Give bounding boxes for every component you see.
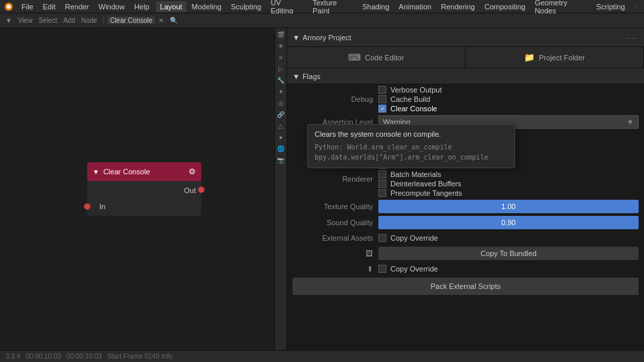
frame-label: Start Frame 0149 Info: [107, 353, 172, 360]
node-input-socket[interactable]: [84, 203, 91, 210]
node-collapse-icon[interactable]: ▼: [93, 168, 99, 176]
copy-to-bundled-btn[interactable]: Copy To Bundled: [378, 247, 639, 260]
flags-title: Flags: [303, 72, 321, 80]
tab-compositing[interactable]: Compositing: [480, 1, 529, 12]
code-editor-tab[interactable]: ⌨ Code Editor: [287, 47, 466, 68]
panel-title-label: Clear Console: [107, 17, 155, 24]
project-tabs: ⌨ Code Editor 📁 Project Folder: [287, 47, 644, 68]
vtool-object-icon[interactable]: ▷: [276, 64, 286, 74]
copy-override-row: Copy Override: [378, 234, 438, 242]
flags-section-header[interactable]: ▼ Flags: [287, 68, 644, 84]
tab-animation[interactable]: Animation: [394, 1, 435, 12]
cache-build-label: Cache Build: [390, 95, 430, 103]
tab-shading[interactable]: Shading: [358, 1, 393, 12]
batch-materials-checkbox[interactable]: [378, 170, 386, 178]
debug-label: Debug: [292, 95, 373, 103]
copy-override2-value: Copy Override: [378, 265, 639, 273]
armory-collapse-icon[interactable]: ▼: [292, 34, 300, 42]
armory-menu-dots[interactable]: ····: [625, 32, 639, 43]
renderer-label: Renderer: [292, 175, 373, 183]
copy-override2-row: ⬆ Copy Override: [287, 261, 644, 276]
vtool-filter-icon[interactable]: ≡: [276, 52, 286, 63]
main-area: ▼ Clear Console ⚙ Out In: [0, 28, 644, 350]
verbose-output-label: Verbose Output: [390, 86, 441, 94]
tab-sculpting[interactable]: Sculpting: [227, 1, 265, 12]
node-editor-panel: ▼ Clear Console ⚙ Out In: [0, 28, 275, 350]
sound-quality-value: 0.90: [378, 216, 639, 229]
batch-materials-row: Batch Materials: [378, 170, 462, 178]
vtool-render-icon[interactable]: 📷: [276, 155, 286, 166]
node-input-label: In: [99, 202, 105, 210]
tooltip-code-line1: Python: World.arm_clear_on_compile: [315, 142, 508, 152]
menu-help[interactable]: Help: [130, 1, 154, 12]
precompute-tangents-row: Precompute Tangents: [378, 189, 462, 197]
vtool-view-icon[interactable]: 👁: [276, 41, 286, 52]
copy-override2-checkbox[interactable]: [378, 265, 386, 273]
texture-quality-slider[interactable]: 1.00: [378, 200, 639, 213]
project-folder-tab[interactable]: 📁 Project Folder: [466, 47, 644, 68]
tab-scripting[interactable]: Scripting: [592, 1, 629, 12]
vtool-particles-icon[interactable]: ✦: [276, 86, 286, 97]
menu-edit[interactable]: Edit: [39, 1, 60, 12]
vtool-scene-icon[interactable]: 🎬: [276, 29, 286, 40]
tooltip-overlay: Clears the system console on compile. Py…: [307, 124, 515, 168]
copy-override2-label: Copy Override: [390, 265, 438, 273]
flags-collapse-icon: ▼: [292, 72, 300, 80]
node-output-socket[interactable]: [198, 186, 205, 193]
menu-file[interactable]: File: [17, 1, 38, 12]
copy-override2-checkbox-row: Copy Override: [378, 265, 438, 273]
clear-console-node: ▼ Clear Console ⚙ Out In: [87, 162, 201, 216]
secondary-toolbar: ▼ View Select Add Node Clear Console ✕ 🔍: [0, 13, 644, 28]
tab-modeling[interactable]: Modeling: [188, 1, 226, 12]
tooltip-code-line2: bpy.data.worlds["Arm"].arm_clear_on_comp…: [315, 152, 508, 162]
svg-point-1: [7, 5, 11, 9]
node-canvas[interactable]: ▼ Clear Console ⚙ Out In: [0, 28, 274, 350]
version-label: 3.3.4: [5, 353, 20, 360]
texture-quality-label: Texture Quality: [292, 202, 373, 210]
tooltip-title: Clears the system console on compile.: [315, 130, 508, 138]
vtool-material-icon[interactable]: ●: [276, 132, 286, 143]
vtool-object-data-icon[interactable]: △: [276, 121, 286, 131]
code-editor-icon: ⌨: [348, 52, 361, 62]
vtool-world-icon[interactable]: 🌐: [276, 143, 286, 154]
copy-bundled-spacer: 🖼: [292, 249, 373, 257]
node-output-label: Out: [184, 186, 196, 194]
verbose-output-checkbox[interactable]: [378, 86, 386, 94]
pack-external-scripts-button[interactable]: Pack External Scripts: [292, 278, 639, 295]
code-editor-label: Code Editor: [365, 54, 404, 62]
copy-to-bundled-label: Copy To Bundled: [480, 249, 537, 257]
node-body: Out In: [87, 181, 201, 216]
tab-rendering[interactable]: Rendering: [437, 1, 479, 12]
node-header[interactable]: ▼ Clear Console ⚙: [87, 162, 201, 181]
vtool-physics-icon[interactable]: ◎: [276, 98, 286, 109]
duration-label: 00:00:10:03: [66, 353, 102, 360]
tab-layout[interactable]: Layout: [156, 1, 186, 12]
clear-console-checkbox[interactable]: [378, 105, 386, 113]
folder-icon: 📁: [524, 52, 535, 62]
blender-logo-icon[interactable]: [4, 2, 13, 11]
cache-build-checkbox[interactable]: [378, 95, 386, 103]
cache-build-row: Cache Build: [378, 95, 441, 103]
vtool-modifier-icon[interactable]: 🔧: [276, 75, 286, 86]
menu-window[interactable]: Window: [95, 1, 129, 12]
deinterleaved-buffers-checkbox[interactable]: [378, 180, 386, 188]
external-assets-label: External Assets: [292, 234, 373, 242]
node-title: Clear Console: [103, 168, 184, 176]
debug-prop-row: Debug Verbose Output Cache Build: [287, 84, 644, 114]
tooltip-code: Python: World.arm_clear_on_compile bpy.d…: [315, 142, 508, 162]
precompute-tangents-checkbox[interactable]: [378, 189, 386, 197]
texture-quality-row: Texture Quality 1.00: [287, 198, 644, 215]
external-assets-row: External Assets Copy Override: [287, 231, 644, 245]
copy-override-checkbox[interactable]: [378, 234, 386, 242]
right-main-content: ▼ Armory Project ···· ⌨ Code Editor 📁 Pr…: [287, 28, 644, 350]
menu-render[interactable]: Render: [61, 1, 93, 12]
armory-title: ▼ Armory Project: [292, 34, 352, 42]
node-settings-icon[interactable]: ⚙: [189, 167, 196, 176]
node-input-row: In: [93, 201, 196, 212]
sound-quality-slider[interactable]: 0.90: [378, 216, 639, 229]
project-folder-label: Project Folder: [539, 54, 584, 62]
external-assets-value: Copy Override: [378, 234, 639, 242]
vtool-constraints-icon[interactable]: 🔗: [276, 109, 286, 120]
clear-console-row: Clear Console: [378, 105, 441, 113]
vertical-toolbar: 🎬 👁 ≡ ▷ 🔧 ✦ ◎ 🔗 △ ● 🌐 📷: [275, 28, 287, 350]
